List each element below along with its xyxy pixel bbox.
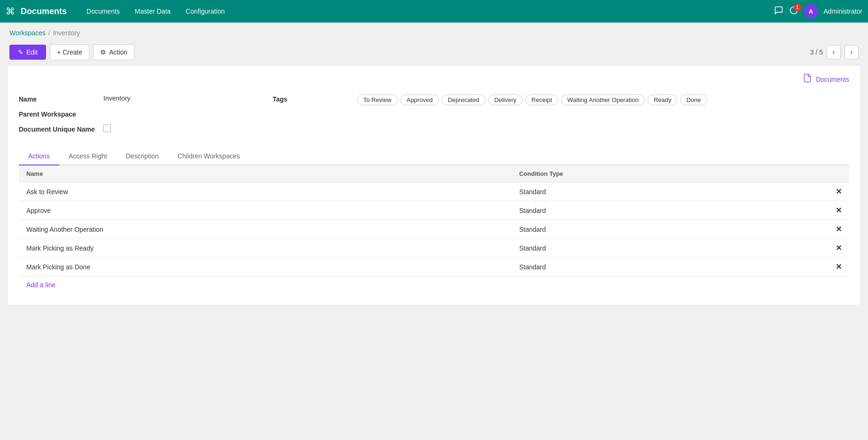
documents-link-label: Documents	[816, 76, 849, 83]
edit-button[interactable]: ✎ Edit	[9, 45, 46, 60]
row-name: Approve	[19, 201, 512, 220]
grid-icon[interactable]: ⌘	[6, 6, 15, 17]
tag-badge: Approved	[400, 94, 439, 105]
pagination: 3 / 5 ‹ ›	[810, 45, 859, 59]
row-condition-type: Standard	[512, 239, 828, 258]
nav-documents[interactable]: Documents	[80, 5, 126, 18]
delete-row-button[interactable]: ✕	[836, 206, 842, 214]
tags-container: To ReviewApprovedDeprecatedDeliveryRecei…	[357, 94, 707, 105]
main-card: Documents Name Inventory Parent Workspac…	[8, 66, 860, 305]
tab-description[interactable]: Description	[117, 148, 168, 165]
col-condition-type-header: Condition Type	[512, 165, 828, 182]
name-value: Inventory	[103, 94, 131, 102]
toolbar: ✎ Edit + Create ⚙ Action 3 / 5 ‹ ›	[0, 40, 868, 66]
document-icon	[803, 73, 812, 85]
edit-pencil-icon: ✎	[18, 48, 23, 56]
tab-children-workspaces[interactable]: Children Workspaces	[168, 148, 250, 165]
parent-workspace-label: Parent Workspace	[19, 110, 103, 118]
row-condition-type: Standard	[512, 258, 828, 276]
action-button[interactable]: ⚙ Action	[93, 44, 134, 60]
delete-row-button[interactable]: ✕	[836, 263, 842, 271]
activity-icon[interactable]: 1	[789, 6, 798, 17]
create-button[interactable]: + Create	[50, 44, 89, 60]
breadcrumb-separator: /	[48, 29, 50, 37]
form-right: Tags To ReviewApprovedDeprecatedDelivery…	[273, 94, 849, 140]
actions-table: Name Condition Type Ask to Review Standa…	[19, 165, 849, 276]
table-row: Ask to Review Standard ✕	[19, 182, 849, 201]
form-section: Name Inventory Parent Workspace Document…	[19, 91, 849, 148]
tag-badge: Done	[680, 94, 707, 105]
doc-unique-name-row: Document Unique Name	[19, 125, 244, 134]
row-condition-type: Standard	[512, 220, 828, 239]
table-row: Mark Picking as Done Standard ✕	[19, 258, 849, 276]
tag-badge: Delivery	[488, 94, 523, 105]
card-top-right: Documents	[19, 73, 849, 91]
breadcrumb: Workspaces / Inventory	[0, 23, 868, 40]
topnav-right: 1 A Administrator	[774, 4, 862, 18]
row-condition-type: Standard	[512, 182, 828, 201]
breadcrumb-current: Inventory	[53, 29, 80, 37]
page-wrapper: Workspaces / Inventory ✎ Edit + Create ⚙…	[0, 23, 868, 305]
tab-actions[interactable]: Actions	[19, 148, 59, 165]
tabs-bar: Actions Access Right Description Childre…	[19, 148, 849, 165]
app-title: Documents	[21, 7, 67, 16]
row-condition-type: Standard	[512, 201, 828, 220]
gear-icon: ⚙	[100, 48, 106, 56]
tags-label: Tags	[273, 94, 357, 103]
delete-row-button[interactable]: ✕	[836, 225, 842, 233]
table-row: Waiting Another Operation Standard ✕	[19, 220, 849, 239]
tag-badge: Waiting Another Operation	[561, 94, 645, 105]
delete-row-button[interactable]: ✕	[836, 188, 842, 196]
nav-configuration[interactable]: Configuration	[179, 5, 231, 18]
row-delete-cell: ✕	[828, 239, 849, 258]
chat-icon[interactable]	[774, 6, 783, 17]
avatar[interactable]: A	[804, 4, 818, 18]
pagination-next[interactable]: ›	[845, 45, 859, 59]
row-name: Mark Picking as Done	[19, 258, 512, 276]
tab-access-right[interactable]: Access Right	[59, 148, 117, 165]
add-line-button[interactable]: Add a line	[19, 276, 63, 293]
row-delete-cell: ✕	[828, 258, 849, 276]
doc-unique-name-label: Document Unique Name	[19, 125, 103, 133]
table-row: Mark Picking as Ready Standard ✕	[19, 239, 849, 258]
username: Administrator	[824, 8, 862, 15]
row-name: Mark Picking as Ready	[19, 239, 512, 258]
form-left: Name Inventory Parent Workspace Document…	[19, 94, 244, 140]
name-label: Name	[19, 94, 103, 103]
doc-unique-name-value	[103, 125, 111, 134]
breadcrumb-parent[interactable]: Workspaces	[9, 29, 46, 37]
tags-row: Tags To ReviewApprovedDeprecatedDelivery…	[273, 94, 849, 105]
row-name: Ask to Review	[19, 182, 512, 201]
row-delete-cell: ✕	[828, 201, 849, 220]
doc-unique-name-checkbox[interactable]	[103, 125, 111, 132]
pagination-prev[interactable]: ‹	[827, 45, 841, 59]
tag-badge: To Review	[357, 94, 398, 105]
tag-badge: Deprecated	[442, 94, 485, 105]
delete-row-button[interactable]: ✕	[836, 244, 842, 252]
documents-link[interactable]: Documents	[803, 73, 849, 85]
top-menu: Documents Master Data Configuration	[80, 5, 770, 18]
activity-badge: 1	[794, 4, 801, 11]
tag-badge: Receipt	[525, 94, 558, 105]
top-navigation: ⌘ Documents Documents Master Data Config…	[0, 0, 868, 23]
row-delete-cell: ✕	[828, 182, 849, 201]
tag-badge: Ready	[648, 94, 678, 105]
table-row: Approve Standard ✕	[19, 201, 849, 220]
pagination-display: 3 / 5	[810, 48, 823, 56]
col-actions-header	[828, 165, 849, 182]
name-row: Name Inventory	[19, 94, 244, 103]
row-name: Waiting Another Operation	[19, 220, 512, 239]
nav-master-data[interactable]: Master Data	[128, 5, 177, 18]
col-name-header: Name	[19, 165, 512, 182]
row-delete-cell: ✕	[828, 220, 849, 239]
parent-workspace-row: Parent Workspace	[19, 110, 244, 118]
